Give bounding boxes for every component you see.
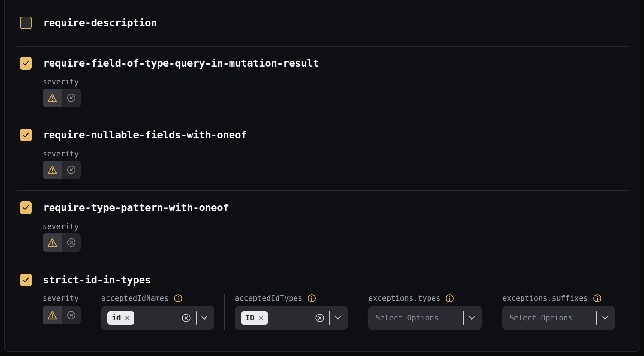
rule-name-label: require-nullable-fields-with-oneof xyxy=(43,129,247,141)
rule-checkbox[interactable] xyxy=(20,201,32,214)
column-separator xyxy=(358,294,358,330)
row-divider xyxy=(17,46,629,47)
circle-x-icon xyxy=(67,310,76,320)
acceptedIdNames-option: acceptedIdNames id xyxy=(101,294,214,330)
info-icon[interactable] xyxy=(445,294,454,303)
check-icon xyxy=(22,276,30,284)
chevron-down-icon[interactable] xyxy=(201,316,207,320)
exceptions-types-select[interactable]: Select Options xyxy=(368,306,482,330)
severity-warn-button[interactable] xyxy=(43,306,62,324)
severity-warn-button[interactable] xyxy=(43,89,62,107)
check-icon xyxy=(22,204,30,211)
rule-name-label: require-field-of-type-query-in-mutation-… xyxy=(43,57,319,69)
severity-off-button[interactable] xyxy=(62,233,81,252)
rule-options-row: severity acceptedIdNames id xyxy=(43,294,615,330)
dropdown-separator xyxy=(329,311,330,325)
exceptions-types-option: exceptions.types Select Options xyxy=(368,294,482,330)
option-label: exceptions.suffixes xyxy=(502,294,588,303)
rule-checkbox[interactable] xyxy=(20,57,32,70)
option-label: acceptedIdTypes xyxy=(235,294,302,303)
warning-triangle-icon xyxy=(47,93,58,103)
rule-row: require-nullable-fields-with-oneof xyxy=(20,129,247,141)
circle-x-icon xyxy=(67,93,76,103)
chip-label: ID xyxy=(245,314,254,322)
severity-toggle xyxy=(43,89,81,107)
rule-name-label: strict-id-in-types xyxy=(43,274,151,286)
exceptions-suffixes-select[interactable]: Select Options xyxy=(502,306,615,330)
rule-row: strict-id-in-types xyxy=(20,274,151,286)
rule-name-label: require-type-pattern-with-oneof xyxy=(43,202,229,214)
rule-row: require-field-of-type-query-in-mutation-… xyxy=(20,57,319,70)
row-divider xyxy=(17,118,629,118)
severity-warn-button[interactable] xyxy=(43,161,62,179)
info-icon[interactable] xyxy=(174,294,182,303)
severity-off-button[interactable] xyxy=(62,89,81,107)
row-divider xyxy=(17,190,629,191)
check-icon xyxy=(22,60,30,67)
info-icon[interactable] xyxy=(307,294,316,303)
clear-selection-icon[interactable] xyxy=(182,313,191,323)
severity-off-button[interactable] xyxy=(62,306,81,324)
clear-selection-icon[interactable] xyxy=(315,313,324,323)
check-icon xyxy=(22,131,30,139)
dropdown-separator xyxy=(196,311,197,325)
warning-triangle-icon xyxy=(47,310,58,320)
warning-triangle-icon xyxy=(47,165,58,175)
rule-name-label: require-description xyxy=(43,17,157,29)
column-separator xyxy=(224,294,225,330)
select-placeholder: Select Options xyxy=(376,314,438,322)
option-label: severity xyxy=(43,222,79,231)
chip-remove-icon[interactable] xyxy=(258,315,264,321)
rule-checkbox[interactable] xyxy=(20,129,32,141)
severity-option: severity xyxy=(43,149,81,179)
severity-toggle xyxy=(43,233,81,252)
rule-checkbox[interactable] xyxy=(20,17,32,29)
severity-off-button[interactable] xyxy=(62,161,81,179)
severity-option: severity xyxy=(43,294,81,330)
acceptedIdTypes-multiselect[interactable]: ID xyxy=(235,306,348,330)
rule-row: require-type-pattern-with-oneof xyxy=(20,201,229,214)
exceptions-suffixes-option: exceptions.suffixes Select Options xyxy=(502,294,615,330)
severity-option: severity xyxy=(43,77,81,107)
dropdown-separator xyxy=(463,311,464,325)
selected-value-chip: ID xyxy=(241,311,268,325)
option-label: severity xyxy=(43,149,79,159)
acceptedIdTypes-option: acceptedIdTypes ID xyxy=(235,294,348,330)
row-divider xyxy=(17,263,629,263)
select-placeholder: Select Options xyxy=(509,314,572,322)
selected-value-chip: id xyxy=(107,311,134,325)
severity-toggle xyxy=(43,306,81,324)
circle-x-icon xyxy=(67,238,76,247)
column-separator xyxy=(91,294,91,330)
circle-x-icon xyxy=(67,165,76,175)
dropdown-separator xyxy=(596,311,597,325)
column-separator xyxy=(492,294,492,330)
severity-option: severity xyxy=(43,222,81,252)
option-label: acceptedIdNames xyxy=(101,294,169,303)
chevron-down-icon[interactable] xyxy=(335,316,341,320)
option-label: severity xyxy=(43,294,79,303)
row-divider xyxy=(17,6,629,6)
severity-warn-button[interactable] xyxy=(43,233,62,252)
chevron-down-icon[interactable] xyxy=(602,316,608,320)
option-label: severity xyxy=(43,77,79,87)
warning-triangle-icon xyxy=(47,238,58,247)
info-icon[interactable] xyxy=(593,294,602,303)
rule-checkbox[interactable] xyxy=(20,274,32,286)
severity-toggle xyxy=(43,161,81,179)
acceptedIdNames-multiselect[interactable]: id xyxy=(101,306,214,330)
chip-remove-icon[interactable] xyxy=(124,315,130,321)
option-label: exceptions.types xyxy=(368,294,440,303)
chevron-down-icon[interactable] xyxy=(469,316,475,320)
chip-label: id xyxy=(112,314,121,322)
rule-row: require-description xyxy=(20,17,157,29)
